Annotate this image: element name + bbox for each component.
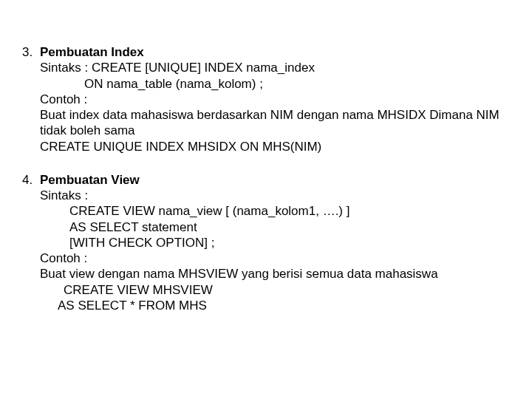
example-label: Contoh : — [40, 250, 510, 266]
section-3-content: Pembuatan Index Sintaks : CREATE [UNIQUE… — [40, 44, 510, 154]
syntax-line: AS SELECT statement — [40, 219, 510, 235]
section-4-content: Pembuatan View Sintaks : CREATE VIEW nam… — [40, 172, 510, 313]
example-label: Contoh : — [40, 92, 510, 107]
syntax-line: [WITH CHECK OPTION] ; — [40, 235, 510, 250]
example-text: Buat view dengan nama MHSVIEW yang beris… — [40, 266, 510, 282]
sql-statement: CREATE UNIQUE INDEX MHSIDX ON MHS(NIM) — [40, 139, 510, 154]
example-text: Buat index data mahasiswa berdasarkan NI… — [40, 107, 510, 139]
section-4: 4. Pembuatan View Sintaks : CREATE VIEW … — [22, 172, 510, 313]
syntax-line: Sintaks : CREATE [UNIQUE] INDEX nama_ind… — [40, 60, 510, 75]
list-number: 4. — [22, 172, 40, 313]
section-3: 3. Pembuatan Index Sintaks : CREATE [UNI… — [22, 44, 510, 154]
list-number: 3. — [22, 44, 40, 154]
sql-statement: CREATE VIEW MHSVIEW — [40, 282, 510, 298]
syntax-line: ON nama_table (nama_kolom) ; — [40, 76, 510, 92]
document-page: 3. Pembuatan Index Sintaks : CREATE [UNI… — [0, 0, 532, 338]
sql-statement: AS SELECT * FROM MHS — [40, 298, 510, 313]
section-3-title: Pembuatan Index — [40, 44, 510, 60]
section-4-title: Pembuatan View — [40, 172, 510, 188]
syntax-line: CREATE VIEW nama_view [ (nama_kolom1, ….… — [40, 203, 510, 219]
syntax-label: Sintaks : — [40, 188, 510, 203]
